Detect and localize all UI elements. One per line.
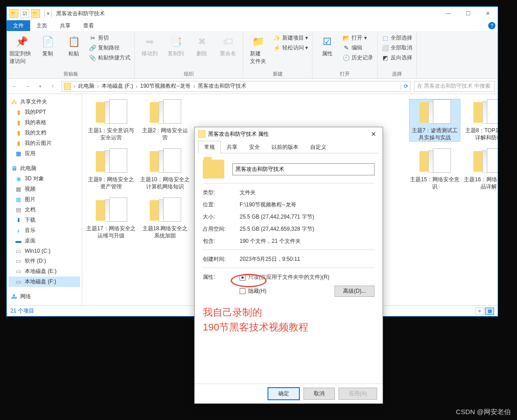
tree-item[interactable]: ⬇下载 <box>9 215 80 225</box>
open-button[interactable]: 📂打开 ▾ <box>341 34 374 42</box>
chevron-right-icon[interactable]: › <box>192 83 196 89</box>
tab-customize[interactable]: 自定义 <box>304 141 332 153</box>
qat-folder-icon[interactable]: 📁 <box>9 9 18 18</box>
select-all-button[interactable]: ⬚全部选择 <box>380 34 414 42</box>
chevron-right-icon[interactable]: › <box>96 83 100 89</box>
breadcrumb[interactable]: › 此电脑› 本地磁盘 (F:)› 190节视频教程--龙哥› 黑客攻击和防守技… <box>62 81 410 92</box>
details-view-button[interactable]: ≡ <box>475 308 484 315</box>
recent-dropdown[interactable]: ▾ <box>35 81 45 92</box>
crumb[interactable]: 此电脑 <box>76 82 96 90</box>
history-button[interactable]: 🕘历史记录 <box>341 54 374 62</box>
copy-path-button[interactable]: 🔗复制路径 <box>88 44 132 52</box>
tab-share[interactable]: 共享 <box>53 20 77 31</box>
crumb[interactable]: 黑客攻击和防守技术 <box>196 82 248 90</box>
new-folder-button[interactable]: 📁新建 文件夹 <box>246 33 270 65</box>
tree-network[interactable]: 🖧网络 <box>9 291 80 302</box>
tree-item[interactable]: ▮我的表格 <box>9 117 80 128</box>
tab-file[interactable]: 文件 <box>7 20 30 31</box>
crumb[interactable]: 本地磁盘 (F:) <box>100 82 135 90</box>
cut-button[interactable]: ✂剪切 <box>88 34 132 42</box>
navigation-tree[interactable]: ⁂共享文件夹 ▮我的PPT ▮我的表格 ▮我的文档 ▮我的云图片 ▦应用 🖥此电… <box>7 94 82 305</box>
folder-thumb <box>472 148 498 174</box>
tree-item[interactable]: ▦应用 <box>9 148 80 159</box>
advanced-button[interactable]: 高级(D)... <box>334 286 374 297</box>
folder-item[interactable]: 主题8：TOP10漏洞详解和防御 <box>464 99 498 141</box>
select-none-button[interactable]: ⬜全部取消 <box>380 44 414 52</box>
history-icon: 🕘 <box>343 54 350 62</box>
invert-selection-button[interactable]: ◩反向选择 <box>380 54 414 62</box>
folder-item[interactable]: 主题15：网络安全意识 <box>410 148 460 190</box>
properties-button[interactable]: ☑属性 <box>315 33 339 58</box>
delete-button[interactable]: ✖删除 <box>190 33 214 58</box>
tab-previous[interactable]: 以前的版本 <box>266 141 304 153</box>
close-button[interactable]: ✕ <box>368 130 379 139</box>
cancel-button[interactable]: 取消 <box>303 388 335 400</box>
copy-icon: 📄 <box>40 35 55 49</box>
tab-security[interactable]: 安全 <box>243 141 266 153</box>
easy-access-button[interactable]: ⚡轻松访问 ▾ <box>272 44 309 52</box>
move-to-button[interactable]: ➡移动到 <box>138 33 162 58</box>
invert-icon: ◩ <box>382 54 389 62</box>
paste-shortcut-button[interactable]: 📎粘贴快捷方式 <box>88 54 132 62</box>
new-item-button[interactable]: ✨新建项目 ▾ <box>272 34 309 42</box>
titlebar[interactable]: 📁 ☑ 📁 ▾ 黑客攻击和防守技术 — ☐ ✕ <box>7 7 498 20</box>
search-input[interactable]: 在 黑客攻击和防守技术 中搜索 <box>414 81 495 92</box>
folder-item[interactable]: 主题2：网络安全运营 <box>140 99 190 141</box>
close-button[interactable]: ✕ <box>478 7 498 20</box>
up-button[interactable]: ↑ <box>47 81 58 92</box>
ok-button[interactable]: 确定 <box>267 387 300 400</box>
copy-to-button[interactable]: 📑复制到 <box>164 33 188 58</box>
copy-button[interactable]: 📄复制 <box>36 33 60 58</box>
tree-item[interactable]: ▭Win10 (C:) <box>9 246 80 256</box>
tree-item-selected[interactable]: ▭本地磁盘 (F:) <box>9 277 80 287</box>
tree-item[interactable]: ▬桌面 <box>9 236 80 246</box>
qat-folder-icon-2[interactable]: 📁 <box>31 9 40 18</box>
tree-item[interactable]: ▦图片 <box>9 194 80 205</box>
folder-item[interactable]: 主题9：网络安全之资产管理 <box>86 148 136 190</box>
minimize-button[interactable]: — <box>438 7 458 20</box>
back-button[interactable]: ← <box>9 81 20 92</box>
folder-item[interactable]: 主题1：安全意识与安全运营 <box>86 99 136 141</box>
folder-item[interactable]: 主题7：渗透测试工具实操与实战 <box>410 99 460 141</box>
annotation-circle <box>231 274 267 287</box>
maximize-button[interactable]: ☐ <box>458 7 478 20</box>
tab-home[interactable]: 主页 <box>30 20 53 31</box>
qat-dropdown-icon[interactable]: ▾ <box>47 10 49 17</box>
hidden-checkbox[interactable] <box>240 288 245 294</box>
tree-item[interactable]: ▤文档 <box>9 205 80 215</box>
tab-view[interactable]: 查看 <box>77 20 100 31</box>
tree-item[interactable]: ▦视频 <box>9 184 80 194</box>
tree-item[interactable]: ▭本地磁盘 (E:) <box>9 266 80 277</box>
apply-button[interactable]: 应用(A) <box>339 388 377 400</box>
icons-view-button[interactable]: ▦ <box>485 308 494 315</box>
tree-item[interactable]: ♪音乐 <box>9 225 80 236</box>
tree-item[interactable]: ▮我的云图片 <box>9 138 80 148</box>
rename-icon: 🏷 <box>221 35 235 49</box>
folder-item[interactable]: 主题10：网络安全之计算机网络知识 <box>140 148 190 190</box>
pin-quick-access-button[interactable]: 📌固定到快速访问 <box>9 33 34 65</box>
tab-general[interactable]: 常规 <box>198 141 221 153</box>
tree-item[interactable]: ▮我的PPT <box>9 107 80 117</box>
rename-button[interactable]: 🏷重命名 <box>216 33 240 58</box>
qat-save-icon[interactable]: ☑ <box>20 9 29 18</box>
help-button[interactable]: ? <box>486 20 498 31</box>
tab-sharing[interactable]: 共享 <box>221 141 243 153</box>
refresh-button[interactable]: ⟳ <box>401 83 408 89</box>
paste-button[interactable]: 📋粘贴 <box>62 33 86 58</box>
crumb[interactable]: 190节视频教程--龙哥 <box>138 82 192 90</box>
forward-button[interactable]: → <box>22 81 33 92</box>
folder-item[interactable]: 主题18.网络安全之系统加固 <box>140 197 190 239</box>
folder-item[interactable]: 主题17：网络安全之运维与升级 <box>86 197 136 239</box>
chevron-right-icon[interactable]: › <box>73 83 76 89</box>
folder-name-input[interactable]: 黑客攻击和防守技术 <box>232 163 374 175</box>
tree-item[interactable]: ▮我的文档 <box>9 128 80 138</box>
tree-item[interactable]: ▭软件 (D:) <box>9 256 80 266</box>
edit-button[interactable]: ✎编辑 <box>341 44 374 52</box>
chevron-right-icon[interactable]: › <box>135 83 138 89</box>
dialog-titlebar[interactable]: 黑客攻击和防守技术 属性 ✕ <box>195 127 383 141</box>
tree-this-pc[interactable]: 🖥此电脑 <box>9 163 80 174</box>
type-value: 文件夹 <box>240 189 374 197</box>
tree-quick-access[interactable]: ⁂共享文件夹 <box>9 97 80 107</box>
folder-item[interactable]: 主题16：网络安全产品详解 <box>464 148 498 190</box>
tree-item[interactable]: ◉3D 对象 <box>9 174 80 184</box>
